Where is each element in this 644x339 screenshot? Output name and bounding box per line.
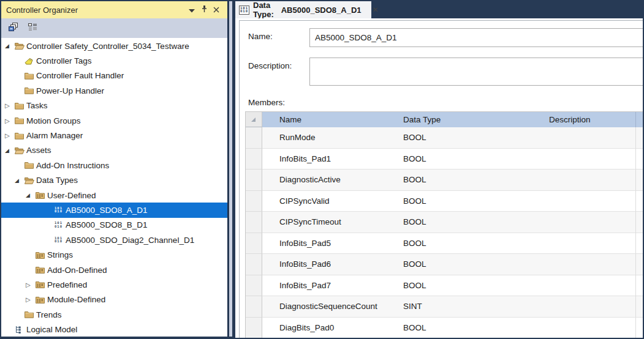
column-header-description[interactable]: Description xyxy=(545,112,636,127)
tree-item-label: Predefined xyxy=(47,280,87,289)
tree-item-controller-tags[interactable]: Controller Tags xyxy=(1,53,227,68)
member-data-type-cell[interactable]: BOOL xyxy=(399,254,545,275)
member-data-type-cell[interactable]: BOOL xyxy=(399,233,545,255)
member-row-runmode[interactable]: RunMode BOOL xyxy=(246,127,643,149)
row-header-cell[interactable] xyxy=(246,233,262,255)
row-header-cell[interactable] xyxy=(246,254,262,275)
expander-icon[interactable]: ▷ xyxy=(26,281,36,288)
member-description-cell[interactable] xyxy=(545,275,636,297)
row-header-cell[interactable] xyxy=(246,212,262,233)
member-row-diagnosticactive[interactable]: DiagnosticActive BOOL xyxy=(246,170,643,191)
data-type-library-icon xyxy=(36,296,47,304)
column-header-name[interactable]: Name xyxy=(262,112,399,127)
tree-item-user-defined[interactable]: ◢ User-Defined xyxy=(1,188,227,203)
expander-icon[interactable]: ◢ xyxy=(26,192,36,198)
tree-item-ab5000-sdo-diag2-channel-d1[interactable]: 101010 AB5000_SDO_Diag2_Channel_D1 xyxy=(1,233,227,247)
tree-item-module-defined[interactable]: ▷ Module-Defined xyxy=(1,292,227,307)
tree-item-label: Controller Fault Handler xyxy=(36,71,124,80)
pin-button[interactable] xyxy=(198,4,210,16)
member-name-cell[interactable]: DiagnosticActive xyxy=(262,170,399,191)
member-description-cell[interactable] xyxy=(545,318,636,338)
expander-icon[interactable]: ▷ xyxy=(5,117,15,124)
expander-icon[interactable]: ▷ xyxy=(5,102,15,109)
tree-item-predefined[interactable]: ▷ Predefined xyxy=(1,277,227,292)
member-data-type-cell[interactable]: BOOL xyxy=(399,212,545,233)
member-data-type-cell[interactable]: SINT xyxy=(399,296,545,318)
row-header-cell[interactable] xyxy=(246,191,262,212)
row-header-cell[interactable] xyxy=(246,296,262,318)
tree-item-controller-fault-handler[interactable]: Controller Fault Handler xyxy=(1,69,227,83)
member-data-type-cell[interactable]: BOOL xyxy=(399,275,545,297)
member-data-type-cell[interactable]: BOOL xyxy=(399,170,545,191)
member-row-infobits-pad1[interactable]: InfoBits_Pad1 BOOL xyxy=(246,149,643,170)
member-data-type-cell[interactable]: BOOL xyxy=(399,318,545,338)
logical-model-icon xyxy=(15,326,26,333)
tree-item-logical-model[interactable]: Logical Model xyxy=(1,322,227,337)
member-name-cell[interactable]: InfoBits_Pad1 xyxy=(262,149,399,170)
member-description-cell[interactable] xyxy=(545,149,636,170)
member-name-cell[interactable]: InfoBits_Pad7 xyxy=(262,275,399,297)
expander-icon[interactable]: ◢ xyxy=(5,43,15,49)
member-description-cell[interactable] xyxy=(545,212,636,233)
tree-item-ab5000-sdo8-a-d1[interactable]: 101010 AB5000_SDO8_A_D1 xyxy=(1,203,227,217)
collapse-all-button[interactable] xyxy=(6,21,20,35)
member-data-type-cell[interactable]: BOOL xyxy=(399,127,545,149)
tree-item-power-up-handler[interactable]: Power-Up Handler xyxy=(1,83,227,98)
member-name-cell[interactable]: InfoBits_Pad6 xyxy=(262,254,399,275)
tree-item-motion-groups[interactable]: ▷ Motion Groups xyxy=(1,113,227,128)
member-row-diagnosticsequencecount[interactable]: DiagnosticSequenceCount SINT xyxy=(246,296,643,318)
close-button[interactable] xyxy=(210,4,222,16)
member-data-type-cell[interactable]: BOOL xyxy=(399,149,545,170)
row-header-cell[interactable] xyxy=(246,170,262,191)
member-row-cipsynctimeout[interactable]: CIPSyncTimeout BOOL xyxy=(246,212,643,233)
member-description-cell[interactable] xyxy=(545,254,636,275)
expander-icon[interactable]: ▷ xyxy=(5,132,15,139)
column-header-data-type[interactable]: Data Type xyxy=(399,112,545,127)
user-data-type-icon: 101010 xyxy=(54,236,65,244)
select-all-corner[interactable] xyxy=(246,112,262,127)
expander-icon[interactable]: ◢ xyxy=(15,177,25,184)
tree-item-add-on-instructions[interactable]: Add-On Instructions xyxy=(1,158,227,173)
member-description-cell[interactable] xyxy=(545,296,636,318)
tree-item-strings[interactable]: Strings xyxy=(1,247,227,262)
member-description-cell[interactable] xyxy=(545,233,636,255)
member-row-infobits-pad6[interactable]: InfoBits_Pad6 BOOL xyxy=(246,254,643,275)
name-input[interactable] xyxy=(309,28,643,47)
member-name-cell[interactable]: CIPSyncTimeout xyxy=(262,212,399,233)
tree-item-assets[interactable]: ◢ Assets xyxy=(1,143,227,158)
member-row-infobits-pad5[interactable]: InfoBits_Pad5 BOOL xyxy=(246,233,643,255)
expander-icon[interactable]: ◢ xyxy=(5,147,15,154)
member-data-type-cell[interactable]: BOOL xyxy=(399,191,545,212)
member-row-cipsyncvalid[interactable]: CIPSyncValid BOOL xyxy=(246,191,643,212)
member-name-cell[interactable]: DiagBits_Pad0 xyxy=(262,318,399,338)
tree-item-ab5000-sdo8-b-d1[interactable]: 101010 AB5000_SDO8_B_D1 xyxy=(1,218,227,233)
tree-item-data-types[interactable]: ◢ Data Types xyxy=(1,173,227,188)
member-row-infobits-pad7[interactable]: InfoBits_Pad7 BOOL xyxy=(246,275,643,297)
member-row-diagbits-pad0[interactable]: DiagBits_Pad0 BOOL xyxy=(246,318,643,338)
member-description-cell[interactable] xyxy=(545,191,636,212)
tree-item-trends[interactable]: Trends xyxy=(1,307,227,322)
show-details-button[interactable] xyxy=(26,21,39,35)
member-name-cell[interactable]: CIPSyncValid xyxy=(262,191,399,212)
member-name-cell[interactable]: InfoBits_Pad5 xyxy=(262,233,399,255)
member-name-cell[interactable]: DiagnosticSequenceCount xyxy=(262,296,399,318)
row-header-cell[interactable] xyxy=(246,318,262,338)
description-textarea[interactable] xyxy=(309,58,643,86)
tree-item-tasks[interactable]: ▷ Tasks xyxy=(1,99,227,113)
panel-splitter[interactable] xyxy=(229,1,232,337)
tab-data-type-ab5000-sdo8-a-d1[interactable]: 101010 Data Type:AB5000_SDO8_A_D1 ✕ xyxy=(235,1,371,18)
row-header-cell[interactable] xyxy=(246,127,262,149)
member-description-cell[interactable] xyxy=(545,127,636,149)
window-position-button[interactable] xyxy=(186,4,198,16)
tree-item-controller-safety-controller-5034-testware[interactable]: ◢ Controller Safety_Controller_5034_Test… xyxy=(1,39,227,53)
folder-icon xyxy=(25,72,36,80)
tab-close-icon[interactable]: ✕ xyxy=(373,6,379,14)
tree-item-add-on-defined[interactable]: Add-On-Defined xyxy=(1,263,227,277)
member-description-cell[interactable] xyxy=(545,170,636,191)
row-header-cell[interactable] xyxy=(246,275,262,297)
expander-icon[interactable]: ▷ xyxy=(26,296,36,303)
tree-item-alarm-manager[interactable]: ▷ Alarm Manager xyxy=(1,128,227,143)
row-header-cell[interactable] xyxy=(246,149,262,170)
data-type-library-icon xyxy=(36,281,47,288)
member-name-cell[interactable]: RunMode xyxy=(262,127,399,149)
